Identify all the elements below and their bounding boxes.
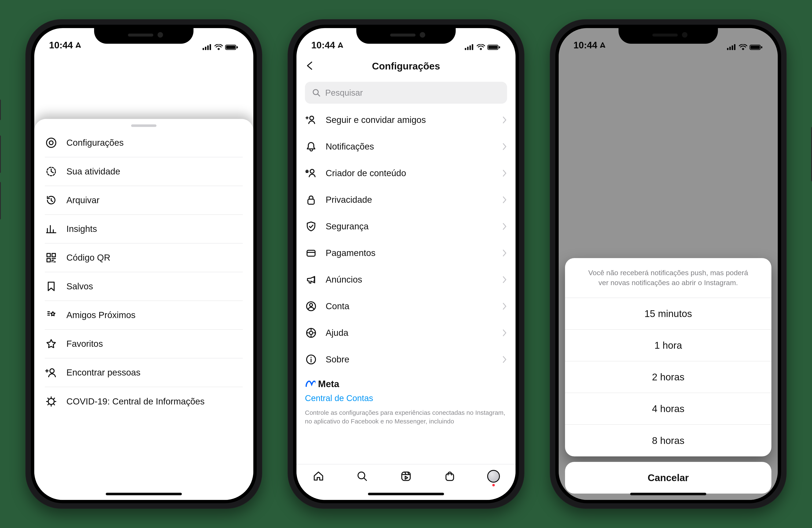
search-icon xyxy=(312,89,321,97)
wifi-icon xyxy=(477,44,485,50)
menu-item-label: Encontrar pessoas xyxy=(67,367,141,378)
shield-icon xyxy=(305,220,317,232)
svg-point-9 xyxy=(49,141,53,145)
home-icon xyxy=(312,470,325,483)
search-placeholder: Pesquisar xyxy=(325,88,363,97)
home-indicator[interactable] xyxy=(106,493,182,495)
chevron-right-icon xyxy=(502,169,507,177)
phone-3: 10:44 Notificações xyxy=(550,19,787,509)
menu-saved[interactable]: Salvos xyxy=(45,272,243,301)
settings-ads[interactable]: Anúncios xyxy=(305,266,507,293)
info-icon xyxy=(305,353,317,366)
chevron-right-icon xyxy=(502,116,507,124)
chevron-right-icon xyxy=(502,143,507,150)
svg-rect-12 xyxy=(52,254,55,257)
svg-point-8 xyxy=(46,138,56,147)
settings-item-label: Notificações xyxy=(325,141,494,152)
settings-about[interactable]: Sobre xyxy=(305,346,507,373)
status-time: 10:44 xyxy=(311,40,335,50)
page-title: Configurações xyxy=(372,60,440,72)
home-indicator[interactable] xyxy=(368,493,444,495)
option-8h[interactable]: 8 horas xyxy=(565,425,771,456)
menu-archive[interactable]: Arquivar xyxy=(45,186,243,215)
menu-close-friends[interactable]: Amigos Próximos xyxy=(45,301,243,330)
tab-shop[interactable] xyxy=(444,470,456,483)
settings-security[interactable]: Segurança xyxy=(305,213,507,240)
meta-brand-label: Meta xyxy=(318,379,339,389)
add-person-icon xyxy=(45,366,58,379)
svg-point-24 xyxy=(310,116,314,120)
lock-icon xyxy=(305,194,317,206)
svg-rect-5 xyxy=(226,46,235,49)
svg-point-25 xyxy=(310,169,314,173)
menu-item-label: COVID-19: Central de Informações xyxy=(67,396,205,407)
settings-item-label: Sobre xyxy=(325,354,494,364)
settings-follow-invite[interactable]: Seguir e convidar amigos xyxy=(305,107,507,133)
svg-point-33 xyxy=(310,357,312,358)
settings-help[interactable]: Ajuda xyxy=(305,319,507,346)
menu-activity[interactable]: Sua atividade xyxy=(45,157,243,186)
accounts-center-link[interactable]: Central de Contas xyxy=(305,393,507,403)
cancel-button[interactable]: Cancelar xyxy=(565,462,771,494)
settings-item-label: Pagamentos xyxy=(325,248,494,258)
close-friends-icon xyxy=(45,309,58,321)
menu-insights[interactable]: Insights xyxy=(45,215,243,243)
menu-item-label: Código QR xyxy=(67,253,111,263)
qr-icon xyxy=(45,251,58,264)
svg-rect-13 xyxy=(47,258,50,262)
svg-point-14 xyxy=(50,369,54,373)
svg-rect-22 xyxy=(499,46,500,48)
tab-reels[interactable] xyxy=(400,470,412,483)
svg-rect-19 xyxy=(472,44,473,50)
option-2h[interactable]: 2 horas xyxy=(565,361,771,393)
svg-rect-27 xyxy=(307,250,315,256)
search-input[interactable]: Pesquisar xyxy=(305,82,507,104)
svg-rect-17 xyxy=(467,47,468,50)
svg-point-31 xyxy=(309,331,313,334)
status-time: 10:44 xyxy=(49,40,73,50)
menu-qr[interactable]: Código QR xyxy=(45,243,243,272)
covid-icon xyxy=(45,395,58,408)
settings-payments[interactable]: Pagamentos xyxy=(305,240,507,266)
settings-privacy[interactable]: Privacidade xyxy=(305,186,507,213)
svg-rect-3 xyxy=(209,44,211,50)
settings-account[interactable]: Conta xyxy=(305,293,507,319)
shop-icon xyxy=(444,470,456,483)
menu-settings[interactable]: Configurações xyxy=(45,129,243,157)
menu-favorites[interactable]: Favoritos xyxy=(45,330,243,358)
tab-home[interactable] xyxy=(312,470,325,483)
menu-discover-people[interactable]: Encontrar pessoas xyxy=(45,358,243,387)
svg-rect-2 xyxy=(207,45,209,50)
option-4h[interactable]: 4 horas xyxy=(565,393,771,425)
location-icon xyxy=(337,42,344,48)
sheet-grabber[interactable] xyxy=(131,124,157,127)
settings-item-label: Seguir e convidar amigos xyxy=(325,115,494,125)
menu-covid[interactable]: COVID-19: Central de Informações xyxy=(45,387,243,416)
back-button[interactable] xyxy=(305,61,315,71)
settings-item-label: Criador de conteúdo xyxy=(325,168,494,178)
settings-item-label: Privacidade xyxy=(325,195,494,205)
search-icon xyxy=(356,470,368,483)
option-15min[interactable]: 15 minutos xyxy=(565,298,771,330)
card-icon xyxy=(305,247,317,259)
meta-brand: Meta xyxy=(305,379,507,389)
option-1h[interactable]: 1 hora xyxy=(565,330,771,361)
home-indicator[interactable] xyxy=(630,493,706,495)
gear-icon xyxy=(45,136,58,149)
clock-activity-icon xyxy=(45,165,58,178)
menu-item-label: Arquivar xyxy=(67,195,99,205)
settings-notifications[interactable]: Notificações xyxy=(305,133,507,160)
settings-creator[interactable]: Criador de conteúdo xyxy=(305,160,507,186)
pause-duration-sheet: Você não receberá notificações push, mas… xyxy=(565,258,771,494)
location-icon xyxy=(75,42,82,48)
menu-item-label: Amigos Próximos xyxy=(67,310,135,320)
tab-search[interactable] xyxy=(356,470,368,483)
profile-menu-sheet: Configurações Sua atividade Arquivar Ins… xyxy=(34,119,253,500)
svg-rect-21 xyxy=(488,46,497,49)
account-icon xyxy=(305,300,317,312)
tab-profile[interactable] xyxy=(487,470,500,483)
chevron-right-icon xyxy=(502,276,507,284)
bookmark-icon xyxy=(45,280,58,293)
svg-rect-0 xyxy=(203,48,204,50)
chevron-left-icon xyxy=(305,61,315,71)
